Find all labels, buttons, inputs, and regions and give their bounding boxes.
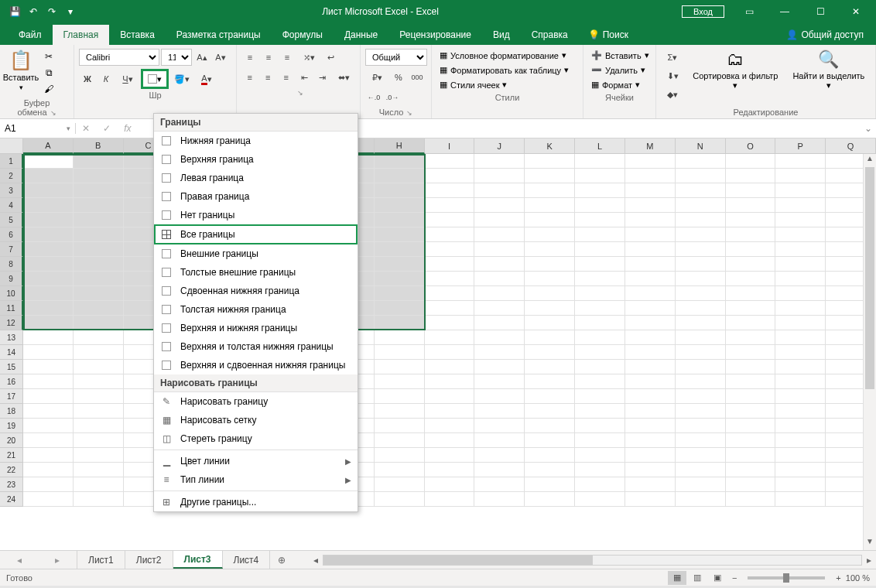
font-color-button[interactable]: A▾ [195,70,218,87]
redo-icon[interactable]: ↷ [43,3,60,20]
maximize-icon[interactable]: ☐ [803,1,837,22]
cell-K15[interactable] [525,360,575,374]
cell-M20[interactable] [625,433,676,448]
undo-icon[interactable]: ↶ [25,3,42,20]
cell-L5[interactable] [575,213,625,227]
cell-K20[interactable] [525,433,575,448]
cell-O12[interactable] [726,316,776,330]
sheet-nav-prev-icon[interactable]: ◂ [17,555,22,566]
decrease-decimal-icon[interactable]: .0→ [384,89,401,106]
cell-A5[interactable] [23,213,74,227]
cell-O3[interactable] [726,183,776,198]
cell-O18[interactable] [726,404,776,419]
border-option-6[interactable]: Внешние границы [154,244,358,263]
cell-J17[interactable] [474,389,525,404]
cell-L8[interactable] [575,257,625,272]
cell-K21[interactable] [525,448,575,463]
tab-formulas[interactable]: Формулы [272,25,334,45]
cell-I10[interactable] [425,286,475,301]
cell-P2[interactable] [775,169,826,183]
cell-N19[interactable] [676,419,726,433]
cell-H4[interactable] [375,198,425,213]
cell-P17[interactable] [775,389,826,404]
cell-A11[interactable] [23,301,74,316]
cell-K6[interactable] [525,227,575,242]
align-top-icon[interactable]: ≡ [241,49,258,66]
col-header-O[interactable]: O [726,138,776,154]
cell-H3[interactable] [375,183,425,198]
cell-H22[interactable] [375,463,425,477]
cell-B12[interactable] [74,316,124,330]
cell-J16[interactable] [474,374,525,389]
cell-K16[interactable] [525,374,575,389]
cell-M15[interactable] [625,360,676,374]
cell-J11[interactable] [474,301,525,316]
row-header-22[interactable]: 22 [0,463,23,477]
cell-I1[interactable] [425,154,475,169]
cell-K23[interactable] [525,477,575,492]
border-option-12[interactable]: Верхняя и сдвоенная нижняя границы [154,356,358,374]
cell-I7[interactable] [425,242,475,257]
cell-O17[interactable] [726,389,776,404]
cell-J1[interactable] [474,154,525,169]
cell-A6[interactable] [23,227,74,242]
cell-K2[interactable] [525,169,575,183]
cell-I2[interactable] [425,169,475,183]
col-header-A[interactable]: A [23,138,74,154]
cell-L22[interactable] [575,463,625,477]
col-header-L[interactable]: L [575,138,625,154]
col-header-K[interactable]: K [525,138,575,154]
cell-M2[interactable] [625,169,676,183]
cell-I17[interactable] [425,389,475,404]
cell-M22[interactable] [625,463,676,477]
cell-O4[interactable] [726,198,776,213]
cell-K19[interactable] [525,419,575,433]
cell-L9[interactable] [575,272,625,286]
cell-I4[interactable] [425,198,475,213]
autosum-icon[interactable]: Σ▾ [661,49,684,66]
increase-decimal-icon[interactable]: ←.0 [365,89,382,106]
row-header-7[interactable]: 7 [0,242,23,257]
col-header-I[interactable]: I [425,138,475,154]
border-option-1[interactable]: Верхняя граница [154,150,358,169]
font-size-select[interactable]: 11 [161,49,192,66]
view-normal-icon[interactable]: ▦ [668,571,686,585]
col-header-P[interactable]: P [775,138,826,154]
percent-icon[interactable]: % [390,69,407,86]
cell-I5[interactable] [425,213,475,227]
insert-cells-button[interactable]: ➕ Вставить ▾ [588,49,651,62]
cell-M18[interactable] [625,404,676,419]
cell-P15[interactable] [775,360,826,374]
cell-I15[interactable] [425,360,475,374]
col-header-B[interactable]: B [74,138,124,154]
cell-J24[interactable] [474,492,525,507]
cell-I22[interactable] [425,463,475,477]
cell-A4[interactable] [23,198,74,213]
cell-P9[interactable] [775,272,826,286]
cell-K17[interactable] [525,389,575,404]
cell-L11[interactable] [575,301,625,316]
cell-N13[interactable] [676,330,726,345]
cell-O15[interactable] [726,360,776,374]
cell-J9[interactable] [474,272,525,286]
vscroll-thumb[interactable] [865,167,874,389]
cell-I21[interactable] [425,448,475,463]
shrink-font-icon[interactable]: A▾ [212,49,229,66]
cell-H9[interactable] [375,272,425,286]
cell-H14[interactable] [375,345,425,360]
number-format-select[interactable]: Общий [365,49,427,66]
cell-M21[interactable] [625,448,676,463]
number-dialog-icon[interactable]: ↘ [406,109,412,117]
fx-icon[interactable]: fx [124,123,131,134]
cell-N20[interactable] [676,433,726,448]
align-bottom-icon[interactable]: ≡ [279,49,296,66]
cell-P16[interactable] [775,374,826,389]
row-header-21[interactable]: 21 [0,448,23,463]
cell-A13[interactable] [23,330,74,345]
cell-N9[interactable] [676,272,726,286]
row-header-18[interactable]: 18 [0,404,23,419]
align-dialog-icon[interactable]: ↘ [297,89,303,97]
cell-B23[interactable] [74,477,124,492]
cell-J19[interactable] [474,419,525,433]
cell-B9[interactable] [74,272,124,286]
